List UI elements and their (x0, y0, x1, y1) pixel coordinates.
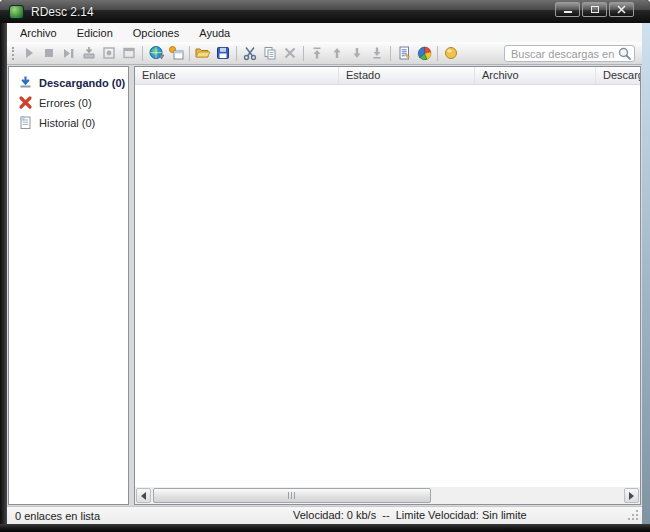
new-window-icon (168, 45, 185, 62)
toolbar-separator (390, 46, 391, 61)
status-links-count: 0 enlaces en lista (15, 510, 100, 522)
sidebar-item-label: Errores (0) (39, 97, 92, 109)
minimize-icon (564, 11, 572, 13)
titlebar[interactable]: RDesc 2.14 (0, 0, 650, 23)
window-border-bottom (0, 524, 650, 532)
minimize-button[interactable] (555, 2, 580, 17)
table-header: Enlace Estado Archivo Descargado (135, 67, 640, 85)
app-icon (9, 5, 24, 19)
column-header-enlace[interactable]: Enlace (135, 67, 339, 84)
statistics-button[interactable] (414, 43, 434, 63)
record-square-icon (101, 45, 117, 61)
stop-download-button[interactable] (39, 43, 59, 63)
sidebar-item-historial[interactable]: Historial (0) (9, 113, 128, 133)
window-controls (555, 2, 634, 17)
resize-grip-icon[interactable] (626, 508, 639, 521)
stop-icon (41, 45, 57, 61)
menu-edicion[interactable]: Edicion (67, 25, 123, 41)
log-button[interactable] (394, 43, 414, 63)
scroll-right-button[interactable] (624, 488, 639, 503)
menubar: Archivo Edicion Opciones Ayuda (7, 23, 642, 42)
red-x-icon (18, 95, 33, 110)
column-header-archivo[interactable]: Archivo (475, 67, 596, 84)
play-icon (21, 45, 37, 61)
scroll-left-icon (137, 492, 146, 500)
scroll-right-icon (629, 492, 638, 500)
toolbar-separator (236, 46, 237, 61)
app-window: RDesc 2.14 Archivo Edicion Opciones Ayud… (0, 0, 650, 532)
start-download-button[interactable] (19, 43, 39, 63)
menu-ayuda[interactable]: Ayuda (189, 25, 240, 41)
move-up-button[interactable] (327, 43, 347, 63)
window-icon (121, 45, 137, 61)
sidebar-item-errores[interactable]: Errores (0) (9, 93, 128, 113)
main-area: Descargando (0) Errores (0) Historial (0… (7, 65, 642, 506)
download-list-empty[interactable] (135, 85, 640, 487)
window-title: RDesc 2.14 (31, 5, 94, 19)
save-floppy-icon (215, 45, 231, 61)
close-button[interactable] (609, 2, 634, 17)
globe-download-icon (148, 45, 165, 62)
scroll-left-button[interactable] (136, 488, 151, 503)
download-from-web-button[interactable] (146, 43, 166, 63)
copy-button[interactable] (260, 43, 280, 63)
arrow-down-icon (349, 45, 365, 61)
document-lines-icon (396, 45, 412, 61)
start-all-button[interactable] (59, 43, 79, 63)
download-arrow-icon (18, 75, 33, 90)
maximize-icon (591, 6, 599, 13)
search-input[interactable] (511, 48, 617, 60)
stop-all-button[interactable] (79, 43, 99, 63)
sidebar: Descargando (0) Errores (0) Historial (0… (8, 66, 129, 505)
sidebar-item-label: Descargando (0) (39, 77, 125, 89)
toolbar-separator (303, 46, 304, 61)
arrow-up-icon (329, 45, 345, 61)
toolbar-separator (189, 46, 190, 61)
save-list-button[interactable] (213, 43, 233, 63)
scrollbar-track[interactable] (152, 488, 623, 503)
column-header-estado[interactable]: Estado (339, 67, 475, 84)
scheduler-button[interactable] (99, 43, 119, 63)
open-list-button[interactable] (193, 43, 213, 63)
cut-button[interactable] (240, 43, 260, 63)
history-page-icon (18, 115, 33, 130)
arrow-bottom-icon (369, 45, 385, 61)
delete-x-icon (282, 45, 298, 61)
help-button[interactable] (441, 43, 461, 63)
search-box (504, 45, 635, 62)
move-to-bottom-button[interactable] (367, 43, 387, 63)
scrollbar-thumb[interactable] (153, 488, 431, 503)
scrollbar-grip-icon (288, 492, 297, 499)
play-list-icon (61, 45, 77, 61)
column-header-descargado[interactable]: Descargado (596, 67, 640, 84)
sidebar-item-label: Historial (0) (39, 117, 95, 129)
menu-opciones[interactable]: Opciones (123, 25, 189, 41)
toolbar-separator (142, 46, 143, 61)
pie-chart-icon (416, 45, 433, 62)
statusbar: 0 enlaces en lista Velocidad: 0 kb/s -- … (7, 506, 642, 524)
copy-pages-icon (262, 45, 278, 61)
move-down-button[interactable] (347, 43, 367, 63)
delete-button[interactable] (280, 43, 300, 63)
browser-window-button[interactable] (119, 43, 139, 63)
toolbar (7, 42, 642, 65)
add-link-button[interactable] (166, 43, 186, 63)
maximize-button[interactable] (582, 2, 607, 17)
window-border-right (642, 23, 650, 524)
scissors-icon (242, 45, 258, 61)
tray-down-icon (81, 45, 97, 61)
sidebar-item-descargando[interactable]: Descargando (0) (9, 73, 128, 93)
status-speed: Velocidad: 0 kb/s -- Limite Velocidad: S… (293, 509, 527, 521)
toolbar-separator (437, 46, 438, 61)
search-icon[interactable] (617, 46, 632, 61)
horizontal-scrollbar (135, 487, 640, 504)
yellow-ball-icon (443, 45, 459, 61)
move-to-top-button[interactable] (307, 43, 327, 63)
close-icon (617, 5, 626, 14)
open-folder-icon (194, 45, 212, 61)
window-border-left (0, 23, 7, 524)
arrow-top-icon (309, 45, 325, 61)
download-list-panel: Enlace Estado Archivo Descargado (134, 66, 641, 505)
menu-archivo[interactable]: Archivo (10, 25, 67, 41)
toolbar-grip[interactable] (12, 47, 15, 60)
